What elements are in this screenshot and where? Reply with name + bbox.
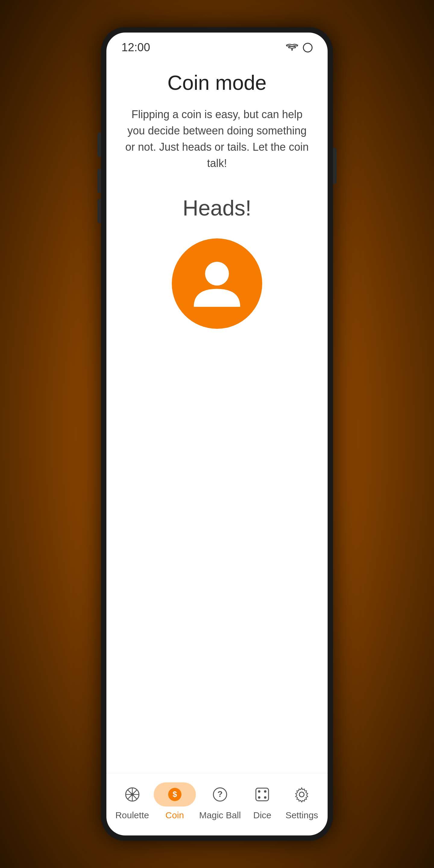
svg-point-13 [264, 790, 267, 793]
settings-icon-wrapper [290, 782, 314, 807]
magic-ball-label: Magic Ball [199, 810, 241, 820]
svg-point-16 [299, 792, 304, 797]
signal-icon [303, 43, 313, 53]
coin-icon-wrapper: $ [154, 782, 196, 807]
settings-icon [294, 786, 310, 802]
nav-item-dice[interactable]: Dice [244, 782, 280, 820]
nav-item-coin[interactable]: $ Coin [154, 782, 196, 820]
svg-point-12 [258, 790, 260, 793]
svg-text:$: $ [173, 789, 177, 799]
settings-label: Settings [285, 810, 318, 820]
magic-ball-icon-wrapper: ? [208, 782, 232, 807]
screen: 12:00 Coin mode Flipping a coin is easy,… [106, 33, 328, 835]
bottom-nav: Roulette $ Coin ? [106, 773, 328, 835]
result-text: Heads! [183, 195, 251, 220]
magic-ball-icon: ? [212, 786, 228, 802]
coin-heads-image[interactable] [172, 239, 262, 329]
status-icons [286, 43, 313, 53]
status-time: 12:00 [121, 41, 150, 54]
roulette-icon-wrapper [120, 782, 144, 807]
svg-point-0 [205, 261, 229, 285]
coin-nav-icon: $ [167, 786, 183, 802]
status-bar: 12:00 [106, 33, 328, 59]
svg-point-14 [258, 796, 260, 799]
svg-rect-11 [256, 788, 269, 801]
svg-point-15 [264, 796, 267, 799]
nav-item-roulette[interactable]: Roulette [114, 782, 150, 820]
dice-icon [254, 786, 270, 802]
nav-item-settings[interactable]: Settings [284, 782, 320, 820]
roulette-icon [124, 786, 140, 802]
dice-icon-wrapper [250, 782, 274, 807]
svg-text:?: ? [217, 789, 222, 799]
phone-frame: 12:00 Coin mode Flipping a coin is easy,… [101, 27, 333, 841]
heads-avatar-icon [172, 239, 262, 329]
page-description: Flipping a coin is easy, but can help yo… [124, 106, 310, 172]
dice-label: Dice [253, 810, 271, 820]
main-content: Coin mode Flipping a coin is easy, but c… [106, 59, 328, 773]
page-title: Coin mode [167, 71, 267, 94]
wifi-icon [286, 43, 298, 52]
roulette-label: Roulette [116, 810, 149, 820]
coin-label: Coin [165, 810, 184, 820]
nav-item-magic-ball[interactable]: ? Magic Ball [199, 782, 241, 820]
